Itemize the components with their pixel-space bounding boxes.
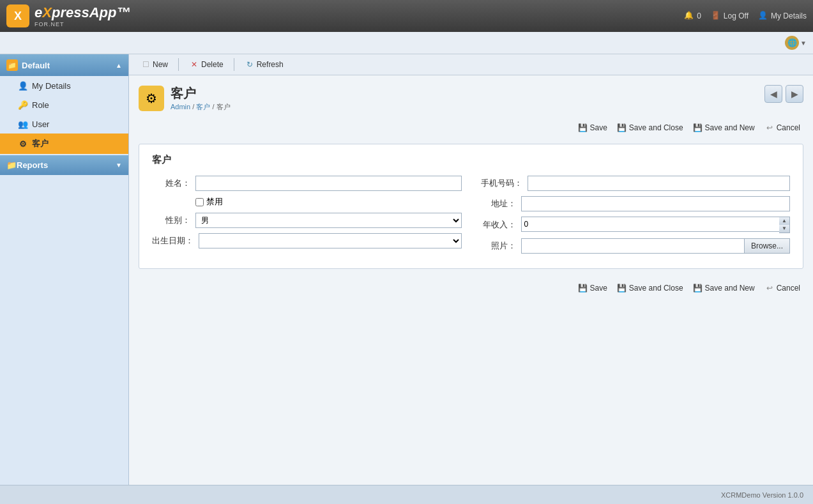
birthdate-row: 出生日期：: [152, 233, 462, 248]
sidebar-item-user[interactable]: 👥 User: [0, 114, 128, 134]
breadcrumb-current: 客户: [217, 103, 231, 111]
form-panel-title: 客户: [152, 154, 790, 166]
income-spinner: 0 ▲ ▼: [521, 217, 791, 233]
phone-label: 手机号码：: [481, 178, 522, 189]
content-area: ☐ New ✕ Delete ↻ Refresh ⚙: [129, 54, 813, 485]
photo-row: 照片： Browse...: [481, 238, 791, 254]
mydetails-btn[interactable]: 👤 My Details: [758, 11, 807, 21]
bottom-save-button[interactable]: 💾 Save: [575, 282, 611, 294]
page-header: ⚙ 客户 Admin / 客户 / 客户 ◀: [139, 85, 803, 112]
page-title: 客户: [171, 85, 231, 102]
phone-row: 手机号码：: [481, 176, 791, 191]
notification-btn[interactable]: 🔔 0: [684, 11, 701, 21]
save-and-new-button[interactable]: 💾 Save and New: [690, 121, 758, 134]
language-btn[interactable]: 🌐: [785, 36, 799, 50]
gender-select[interactable]: 男 女: [195, 213, 462, 228]
refresh-button[interactable]: ↻ Refresh: [239, 57, 289, 72]
delete-button[interactable]: ✕ Delete: [184, 57, 229, 72]
bottom-save-close-icon: 💾: [617, 283, 627, 293]
address-input[interactable]: [521, 196, 791, 211]
cancel-button[interactable]: ↩ Cancel: [761, 121, 803, 134]
sidebar-item-mydetails[interactable]: 👤 My Details: [0, 76, 128, 95]
action-bar: ☐ New ✕ Delete ↻ Refresh: [129, 54, 813, 75]
bottom-cancel-button[interactable]: ↩ Cancel: [761, 282, 803, 294]
separator-1: [178, 58, 179, 71]
disabled-row: 禁用: [152, 196, 462, 208]
breadcrumb-customer[interactable]: 客户: [196, 103, 210, 111]
income-input[interactable]: 0: [521, 217, 780, 232]
customer-icon: ⚙: [18, 139, 28, 149]
form-panel: 客户 姓名： 禁用: [139, 144, 803, 269]
cancel-icon: ↩: [764, 123, 775, 133]
photo-preview: [521, 238, 744, 254]
user2-icon: 👥: [18, 119, 28, 129]
save-button[interactable]: 💾 Save: [575, 121, 611, 134]
sidebar-item-role[interactable]: 🔑 Role: [0, 95, 128, 114]
name-label: 姓名：: [152, 178, 190, 189]
save-icon: 💾: [578, 123, 588, 133]
bottom-cancel-icon: ↩: [764, 283, 775, 293]
phone-input[interactable]: [528, 176, 791, 191]
bottom-save-new-icon: 💾: [693, 283, 703, 293]
expand-icon: ▼: [116, 162, 122, 169]
disabled-label: 禁用: [206, 196, 223, 208]
spinner-up-button[interactable]: ▲: [779, 217, 789, 225]
spinner-down-button[interactable]: ▼: [779, 225, 789, 233]
logoff-icon: 🚪: [711, 11, 721, 21]
logoff-btn[interactable]: 🚪 Log Off: [711, 11, 748, 21]
bottom-save-bar: 💾 Save 💾 Save and Close 💾 Save and New ↩…: [139, 279, 803, 298]
sidebar-item-customer[interactable]: ⚙ 客户: [0, 134, 128, 154]
page-title-text: 客户 Admin / 客户 / 客户: [171, 85, 231, 112]
refresh-icon: ↻: [245, 59, 255, 70]
nav-back-button[interactable]: ◀: [764, 85, 782, 103]
breadcrumb-admin[interactable]: Admin: [171, 103, 190, 111]
nav-arrows: ◀ ▶: [764, 85, 803, 103]
app-title: eXpressApp™ FOR.NET: [34, 4, 130, 27]
dropdown-arrow[interactable]: ▼: [800, 40, 807, 47]
new-button[interactable]: ☐ New: [135, 57, 173, 72]
bottom-save-and-close-button[interactable]: 💾 Save and Close: [614, 282, 687, 294]
role-icon: 🔑: [18, 100, 28, 110]
name-input[interactable]: [195, 176, 462, 191]
reports-folder-icon: 📁: [6, 160, 17, 170]
breadcrumb: Admin / 客户 / 客户: [171, 102, 231, 112]
save-and-close-button[interactable]: 💾 Save and Close: [614, 121, 687, 134]
footer: XCRMDemo Version 1.0.0: [0, 485, 813, 504]
save-close-icon: 💾: [617, 123, 627, 133]
delete-icon: ✕: [189, 59, 199, 70]
form-right-col: 手机号码： 地址： 年收入： 0: [481, 176, 791, 259]
name-row: 姓名：: [152, 176, 462, 191]
save-new-icon: 💾: [693, 123, 703, 133]
browse-button[interactable]: Browse...: [744, 238, 790, 254]
photo-label: 照片：: [481, 240, 516, 252]
spinner-buttons: ▲ ▼: [779, 217, 790, 233]
app-header: X eXpressApp™ FOR.NET 🔔 0 🚪 Log Off 👤 My…: [0, 0, 813, 32]
disabled-checkbox[interactable]: [195, 198, 204, 206]
main-layout: 📁 Default ▲ 👤 My Details 🔑 Role 👥 User ⚙…: [0, 54, 813, 485]
sidebar-section-default[interactable]: 📁 Default ▲: [0, 54, 128, 76]
nav-forward-button[interactable]: ▶: [786, 85, 803, 103]
page-title-area: ⚙ 客户 Admin / 客户 / 客户: [139, 85, 231, 112]
income-row: 年收入： 0 ▲ ▼: [481, 217, 791, 233]
birthdate-label: 出生日期：: [152, 235, 194, 247]
form-left-col: 姓名： 禁用 性别： 男 女: [152, 176, 462, 259]
logo-icon: X: [6, 4, 29, 27]
folder-icon: 📁: [6, 59, 18, 71]
gender-label: 性别：: [152, 215, 190, 226]
bottom-save-icon: 💾: [578, 283, 588, 293]
sidebar-section-reports[interactable]: 📁 Reports ▼: [0, 155, 128, 175]
footer-app-name: XCRMDemo: [721, 491, 761, 499]
photo-browse-area: Browse...: [521, 238, 791, 254]
person-icon: 👤: [758, 11, 768, 21]
separator-2: [234, 58, 234, 71]
income-label: 年收入：: [481, 219, 516, 231]
bottom-save-and-new-button[interactable]: 💾 Save and New: [690, 282, 758, 294]
page-content: ⚙ 客户 Admin / 客户 / 客户 ◀: [129, 75, 813, 314]
birthdate-select[interactable]: [199, 233, 462, 248]
address-label: 地址：: [481, 198, 516, 210]
header-right: 🔔 0 🚪 Log Off 👤 My Details: [684, 11, 807, 21]
footer-version: Version 1.0.0: [763, 491, 803, 499]
collapse-icon: ▲: [116, 62, 122, 69]
top-save-bar: 💾 Save 💾 Save and Close 💾 Save and New ↩…: [139, 118, 803, 137]
page-icon: ⚙: [139, 86, 164, 111]
